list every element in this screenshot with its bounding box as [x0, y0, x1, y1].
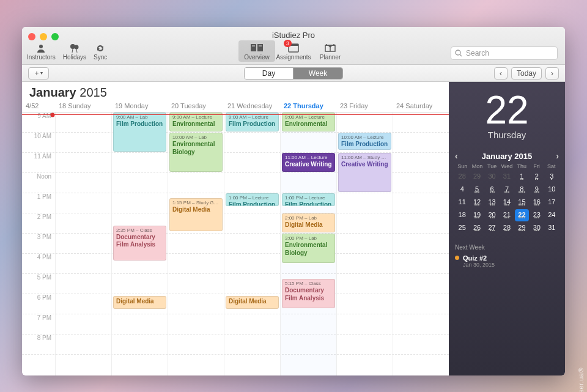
mini-calendar-grid: 2829303112345678910111213141516171819202…: [455, 171, 559, 234]
mini-calendar-day[interactable]: 29: [515, 222, 529, 234]
mini-calendar-day[interactable]: 28: [500, 222, 514, 234]
day-header[interactable]: 24 Saturday: [393, 100, 449, 112]
week-mode-button[interactable]: Week: [294, 68, 342, 79]
search-input[interactable]: Search: [451, 46, 558, 60]
mini-calendar-day[interactable]: 13: [485, 196, 499, 209]
mini-calendar-day[interactable]: 31: [545, 222, 559, 234]
day-header[interactable]: 23 Friday: [336, 100, 393, 112]
zoom-button[interactable]: [51, 33, 59, 40]
calendar-event[interactable]: 5:15 PM – ClassDocumentary Film Analysis: [282, 279, 335, 308]
mini-calendar-day[interactable]: 29: [470, 171, 484, 183]
calendar-event[interactable]: 9:00 AM – LectureEnvironmental: [169, 113, 223, 131]
today-button[interactable]: Today: [511, 67, 542, 80]
mini-calendar-day[interactable]: 28: [455, 171, 469, 183]
mini-calendar-day[interactable]: 27: [485, 222, 499, 234]
day-column[interactable]: 9:00 AM – LabFilm Production2:35 PM – Cl…: [111, 113, 168, 375]
mini-calendar-day[interactable]: 18: [455, 209, 469, 221]
add-button[interactable]: +▾: [28, 67, 49, 80]
day-column[interactable]: [393, 113, 449, 375]
calendar-event[interactable]: 11:00 AM – Study GroupCreative Writing: [338, 153, 391, 192]
calendar-event[interactable]: Digital Media: [226, 296, 279, 309]
mini-calendar-day[interactable]: 6: [485, 183, 499, 196]
day-mode-button[interactable]: Day: [245, 68, 294, 79]
calendar-event[interactable]: 10:00 AM – LectureFilm Production: [338, 133, 391, 150]
day-header[interactable]: 22 Thursday: [280, 100, 336, 112]
hour-label: 1 PM: [26, 193, 55, 200]
day-column[interactable]: 9:00 AM – LectureEnvironmental11:00 AM –…: [280, 113, 336, 375]
instructors-button[interactable]: Instructors: [27, 43, 56, 61]
prev-button[interactable]: ‹: [494, 67, 508, 80]
calendar-grid[interactable]: 9 AM10 AM11 AMNoon1 PM2 PM3 PM4 PM5 PM6 …: [22, 113, 449, 375]
toolbar-label: Holidays: [63, 54, 86, 61]
mini-calendar-day[interactable]: 1: [515, 171, 529, 183]
mini-calendar-dow: SunMonTueWedThuFriSat: [455, 163, 559, 169]
mini-calendar-day[interactable]: 5: [470, 183, 484, 196]
mini-calendar-day[interactable]: 19: [470, 209, 484, 221]
day-column[interactable]: 9:00 AM – LectureEnvironmental10:00 AM –…: [168, 113, 224, 375]
planner-tab[interactable]: Planner: [312, 40, 349, 62]
next-button[interactable]: ›: [545, 67, 559, 80]
day-header[interactable]: 21 Wednesday: [224, 100, 280, 112]
svg-point-2: [74, 45, 78, 50]
mini-calendar-day[interactable]: 2: [530, 171, 544, 183]
mini-calendar-day[interactable]: 21: [500, 209, 514, 221]
overview-tab[interactable]: Overview: [238, 40, 275, 62]
mini-calendar-day[interactable]: 7: [500, 183, 514, 196]
day-column[interactable]: 9:00 AM – LectureFilm Production1:00 PM …: [224, 113, 280, 375]
calendar-event[interactable]: Digital Media: [113, 296, 166, 309]
calendar-event[interactable]: 9:00 AM – LabFilm Production: [113, 113, 166, 152]
mini-calendar-day[interactable]: 14: [500, 196, 514, 209]
mini-calendar-day[interactable]: 10: [545, 183, 559, 196]
calendar-icon: 3: [288, 42, 299, 54]
mini-calendar-day[interactable]: 24: [545, 209, 559, 221]
calendar-event[interactable]: 11:00 AM – LectureCreative Writing: [282, 153, 335, 172]
mini-calendar-day[interactable]: 17: [545, 196, 559, 209]
mini-calendar-day[interactable]: 12: [470, 196, 484, 209]
calendar-event[interactable]: 1:15 PM – Study GroupDigital Media: [169, 198, 223, 231]
calendar-event[interactable]: 1:00 PM – LectureFilm Production: [282, 193, 335, 206]
mini-calendar-day[interactable]: 22: [515, 209, 529, 221]
mini-calendar-day[interactable]: 26: [470, 222, 484, 234]
day-header[interactable]: 18 Sunday: [55, 100, 111, 112]
minimize-button[interactable]: [40, 33, 47, 40]
calendar-event[interactable]: 3:00 PM – LabEnvironmental Biology: [282, 234, 335, 263]
event-name: Documentary Film Analysis: [116, 234, 163, 249]
person-icon: [34, 43, 48, 54]
mini-calendar-day[interactable]: 4: [455, 183, 469, 196]
mini-calendar-day[interactable]: 3: [545, 171, 559, 183]
day-column[interactable]: [55, 113, 111, 375]
day-header[interactable]: 19 Monday: [111, 100, 168, 112]
hour-label: 5 PM: [26, 274, 55, 281]
mini-prev-button[interactable]: ‹: [455, 151, 458, 161]
upcoming-item[interactable]: Quiz #2Jan 30, 2015: [455, 254, 559, 268]
day-header[interactable]: 20 Tuesday: [168, 100, 224, 112]
assignments-tab[interactable]: 3 Assignments: [275, 40, 312, 62]
calendar-event[interactable]: 10:00 AM – LabEnvironmental Biology: [169, 133, 223, 172]
calendar-event[interactable]: 9:00 AM – LectureFilm Production: [226, 113, 279, 131]
holidays-button[interactable]: Holidays: [63, 43, 86, 61]
calendar-event[interactable]: 9:00 AM – LectureEnvironmental: [282, 113, 335, 131]
mini-calendar-day[interactable]: 20: [485, 209, 499, 221]
mini-calendar-day[interactable]: 9: [530, 183, 544, 196]
close-button[interactable]: [28, 33, 35, 40]
day-column[interactable]: 10:00 AM – LectureFilm Production11:00 A…: [336, 113, 393, 375]
mini-calendar-day[interactable]: 8: [515, 183, 529, 196]
sync-button[interactable]: Sync: [94, 43, 107, 61]
mini-next-button[interactable]: ›: [556, 151, 559, 161]
mini-calendar-day[interactable]: 30: [485, 171, 499, 183]
calendar-event[interactable]: 2:00 PM – LabDigital Media: [282, 213, 335, 232]
plus-icon: +: [34, 69, 39, 78]
mini-calendar-day[interactable]: 31: [500, 171, 514, 183]
mini-calendar-day[interactable]: 25: [455, 222, 469, 234]
mini-calendar-day[interactable]: 30: [530, 222, 544, 234]
mini-calendar-day[interactable]: 11: [455, 196, 469, 209]
svg-point-10: [456, 50, 460, 55]
calendar-event[interactable]: 2:35 PM – ClassDocumentary Film Analysis: [113, 226, 166, 261]
event-time: 1:00 PM – Lecture: [229, 195, 276, 201]
event-name: Film Production: [285, 201, 332, 206]
mini-calendar-day[interactable]: 15: [515, 196, 529, 209]
calendar-event[interactable]: 1:00 PM – LectureFilm Production: [226, 193, 279, 206]
hour-label: 4 PM: [26, 254, 55, 261]
mini-calendar-day[interactable]: 23: [530, 209, 544, 221]
mini-calendar-day[interactable]: 16: [530, 196, 544, 209]
